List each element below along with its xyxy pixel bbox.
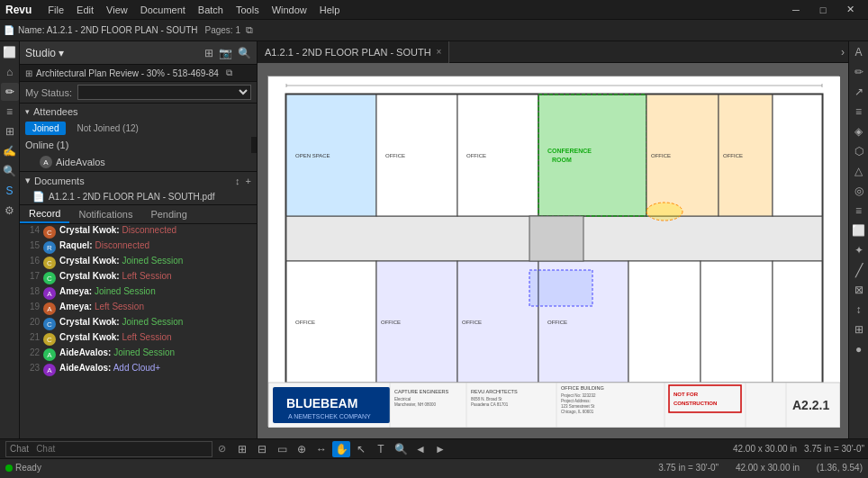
tool-pointer[interactable]: ↖ <box>352 441 370 457</box>
tool-rect[interactable]: ▭ <box>273 441 291 457</box>
docs-chevron: ▾ <box>25 175 31 186</box>
log-item: 17 C Crystal Kwok: Left Session <box>20 270 257 285</box>
tab-more-arrow[interactable]: › <box>841 46 845 59</box>
menu-document[interactable]: Document <box>140 5 185 15</box>
documents-header[interactable]: ▾ Documents ↕ + <box>20 172 257 189</box>
studio-icon-1[interactable]: ⊞ <box>204 47 213 59</box>
log-avatar: A <box>43 348 56 361</box>
right-icon-updown[interactable]: ↕ <box>850 301 868 319</box>
log-name: Raquel: <box>59 240 93 250</box>
menu-help[interactable]: Help <box>320 5 340 15</box>
right-icon-circle[interactable]: ◎ <box>850 182 868 200</box>
log-text: Raquel: Disconnected <box>59 240 253 250</box>
studio-camera-icon[interactable]: 📷 <box>219 47 232 59</box>
left-icon-layer[interactable]: ≡ <box>1 103 19 121</box>
log-action: Left Session <box>122 332 171 342</box>
attendee-name: AideAvalos <box>56 157 105 167</box>
tab-pending[interactable]: Pending <box>141 206 195 222</box>
tool-zoom[interactable]: 🔍 <box>392 441 410 457</box>
left-icon-thumb[interactable]: ⊞ <box>1 122 19 140</box>
log-action: Left Session <box>95 302 144 311</box>
session-copy-icon[interactable]: ⧉ <box>226 68 232 78</box>
document-item[interactable]: 📄 A1.2.1 - 2ND FLOOR PLAN - SOUTH.pdf <box>20 189 257 204</box>
canvas-area[interactable]: BLUEBEAM A NEMETSCHEK COMPANY CAPTURE EN… <box>258 63 848 438</box>
left-icon-search[interactable]: 🔍 <box>1 162 19 180</box>
attendees-scrollbar[interactable] <box>251 137 257 153</box>
minimize-button[interactable]: ─ <box>783 2 809 18</box>
right-icon-star[interactable]: ✦ <box>850 241 868 259</box>
tab-close-icon[interactable]: × <box>437 47 442 57</box>
studio-title: Studio ▾ <box>25 47 64 59</box>
close-button[interactable]: ✕ <box>837 2 863 18</box>
maximize-button[interactable]: □ <box>810 2 836 18</box>
right-icon-menu[interactable]: ≡ <box>850 103 868 121</box>
tab-notifications[interactable]: Notifications <box>69 206 141 222</box>
svg-text:OFFICE: OFFICE <box>381 320 401 325</box>
right-icon-lines[interactable]: ≡ <box>850 202 868 220</box>
left-icon-studio[interactable]: S <box>1 182 19 200</box>
attendee-list: A AideAvalos <box>20 153 257 171</box>
filter-icon[interactable]: ⊘ <box>218 443 226 455</box>
left-icon-sign[interactable]: ✍ <box>1 142 19 160</box>
menu-file[interactable]: File <box>48 5 64 15</box>
tool-hand[interactable]: ✋ <box>332 441 350 457</box>
menu-tools[interactable]: Tools <box>236 5 259 15</box>
log-item: 22 A AideAvalos: Joined Session <box>20 347 257 362</box>
right-icon-diagonal[interactable]: ╱ <box>850 261 868 279</box>
log-num: 14 <box>23 225 40 235</box>
docs-add-icon[interactable]: + <box>246 176 251 186</box>
right-icon-dot[interactable]: ● <box>850 340 868 358</box>
log-num: 20 <box>23 317 40 327</box>
session-icon: ⊞ <box>25 68 32 78</box>
studio-chevron[interactable]: ▾ <box>59 47 64 59</box>
right-icon-triangle[interactable]: △ <box>850 162 868 180</box>
document-tab[interactable]: A1.2.1 - 2ND FLOOR PLAN - SOUTH × <box>258 41 449 63</box>
right-icon-rect[interactable]: ⬜ <box>850 221 868 239</box>
chat-input[interactable] <box>32 444 212 454</box>
right-icon-cross[interactable]: ⊠ <box>850 281 868 299</box>
right-icon-text[interactable]: A <box>850 43 868 61</box>
tool-grid[interactable]: ⊞ <box>233 441 251 457</box>
right-icon-shape1[interactable]: ◈ <box>850 122 868 140</box>
tool-back[interactable]: ◄ <box>411 441 429 457</box>
menu-view[interactable]: View <box>106 5 128 15</box>
status-label: My Status: <box>25 87 72 98</box>
tool-resize[interactable]: ↔ <box>312 441 330 457</box>
tool-plus[interactable]: ⊕ <box>293 441 311 457</box>
status-select[interactable]: Available Busy Away <box>77 85 251 100</box>
attendees-header[interactable]: ▾ Attendees <box>20 104 257 120</box>
log-num: 19 <box>23 302 40 311</box>
tool-minus[interactable]: ⊟ <box>253 441 271 457</box>
menu-edit[interactable]: Edit <box>77 5 94 15</box>
left-icon-settings[interactable]: ⚙ <box>1 202 19 220</box>
svg-text:OFFICE: OFFICE <box>466 153 486 158</box>
left-icon-markup[interactable]: ✏ <box>1 83 19 101</box>
svg-text:OFFICE: OFFICE <box>651 153 671 158</box>
attendees-chevron: ▾ <box>25 107 30 116</box>
tab-record[interactable]: Record <box>20 205 69 223</box>
documents-title: Documents <box>34 176 85 186</box>
status-dim-left: 3.75 in = 30'-0" <box>658 463 719 473</box>
svg-text:OFFICE BUILDING: OFFICE BUILDING <box>561 385 604 391</box>
tool-forward[interactable]: ► <box>431 441 449 457</box>
left-icon-panel[interactable]: ⬜ <box>1 43 19 61</box>
tool-text[interactable]: T <box>372 441 390 457</box>
left-icon-home[interactable]: ⌂ <box>1 63 19 81</box>
menu-window[interactable]: Window <box>272 5 307 15</box>
studio-header-icons: ⊞ 📷 🔍 <box>204 47 251 59</box>
log-name: Crystal Kwok: <box>59 256 120 266</box>
right-icon-hex[interactable]: ⬡ <box>850 142 868 160</box>
tab-joined[interactable]: Joined <box>25 122 66 135</box>
right-icon-arrow[interactable]: ↗ <box>850 83 868 101</box>
svg-text:ROOM: ROOM <box>552 157 572 163</box>
log-text: Crystal Kwok: Disconnected <box>59 225 253 235</box>
tab-not-joined[interactable]: Not Joined (12) <box>69 122 145 135</box>
menu-batch[interactable]: Batch <box>198 5 223 15</box>
log-text: Ameya: Left Session <box>59 302 253 311</box>
dim1: 42.00 x 30.00 in <box>733 444 797 454</box>
left-toolbar: ⬜ ⌂ ✏ ≡ ⊞ ✍ 🔍 S ⚙ <box>0 41 20 438</box>
docs-sort-icon[interactable]: ↕ <box>235 176 240 186</box>
studio-search-icon[interactable]: 🔍 <box>238 47 251 59</box>
right-icon-grid[interactable]: ⊞ <box>850 320 868 338</box>
right-icon-pencil[interactable]: ✏ <box>850 63 868 81</box>
